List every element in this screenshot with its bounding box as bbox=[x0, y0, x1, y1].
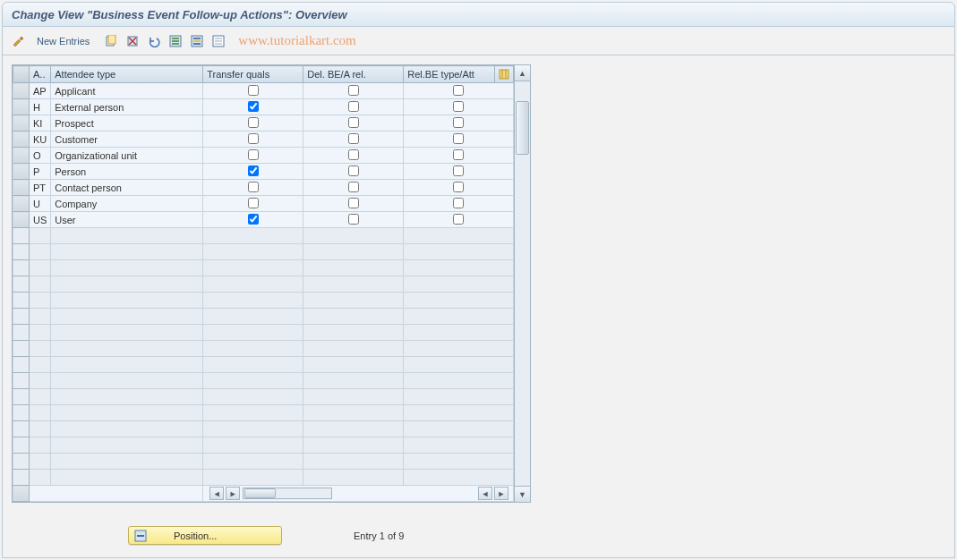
cell-transfer[interactable] bbox=[203, 132, 303, 148]
row-selector[interactable] bbox=[13, 454, 30, 470]
cell-name[interactable]: Person bbox=[51, 164, 203, 180]
row-selector[interactable] bbox=[13, 148, 30, 164]
vertical-scrollbar[interactable]: ▲ ▼ bbox=[514, 65, 530, 502]
delbe-checkbox[interactable] bbox=[348, 85, 359, 96]
transfer-checkbox[interactable] bbox=[248, 85, 259, 96]
cell-relbe[interactable] bbox=[404, 164, 514, 180]
deselect-all-icon[interactable] bbox=[209, 32, 227, 50]
cell-delbe[interactable] bbox=[303, 196, 404, 212]
transfer-checkbox[interactable] bbox=[248, 117, 259, 128]
transfer-checkbox[interactable] bbox=[248, 149, 259, 160]
table-row[interactable]: PPerson bbox=[13, 164, 514, 180]
row-selector[interactable] bbox=[13, 293, 30, 309]
cell-name[interactable]: Customer bbox=[51, 132, 203, 148]
select-all-icon[interactable] bbox=[167, 32, 184, 50]
vscroll-thumb[interactable] bbox=[516, 101, 529, 155]
row-selector[interactable] bbox=[13, 99, 30, 115]
cell-name[interactable]: Organizational unit bbox=[51, 148, 203, 164]
cell-transfer[interactable] bbox=[203, 180, 303, 196]
row-selector[interactable] bbox=[13, 421, 30, 437]
delbe-checkbox[interactable] bbox=[348, 198, 359, 208]
vscroll-track[interactable] bbox=[515, 81, 530, 486]
relbe-checkbox[interactable] bbox=[453, 117, 464, 128]
cell-relbe[interactable] bbox=[404, 212, 514, 228]
cell-delbe[interactable] bbox=[303, 115, 404, 132]
cell-name[interactable]: External person bbox=[51, 99, 203, 115]
new-entries-button[interactable]: New Entries bbox=[31, 31, 95, 51]
hscroll-left-fast-icon[interactable]: ◄ bbox=[209, 487, 224, 500]
cell-code[interactable]: PT bbox=[30, 180, 51, 196]
row-selector[interactable] bbox=[13, 180, 30, 196]
row-selector[interactable] bbox=[13, 276, 30, 293]
table-corner[interactable] bbox=[13, 66, 30, 83]
col-relbe[interactable]: Rel.BE type/Att bbox=[404, 66, 495, 83]
hscroll-right-fast-icon[interactable]: ► bbox=[494, 487, 508, 500]
row-selector[interactable] bbox=[13, 83, 30, 99]
row-selector[interactable] bbox=[13, 260, 30, 276]
vscroll-down-icon[interactable]: ▼ bbox=[515, 486, 530, 502]
cell-relbe[interactable] bbox=[404, 99, 514, 115]
select-block-icon[interactable] bbox=[188, 32, 206, 50]
row-selector[interactable] bbox=[13, 164, 30, 180]
relbe-checkbox[interactable] bbox=[453, 133, 464, 144]
hscroll-left-icon[interactable]: ► bbox=[226, 487, 240, 500]
table-row[interactable]: UCompany bbox=[13, 196, 514, 212]
cell-code[interactable]: P bbox=[30, 164, 51, 180]
delbe-checkbox[interactable] bbox=[348, 101, 359, 112]
cell-relbe[interactable] bbox=[404, 132, 514, 148]
table-row[interactable]: KUCustomer bbox=[13, 132, 514, 148]
delbe-checkbox[interactable] bbox=[348, 165, 359, 176]
cell-relbe[interactable] bbox=[404, 115, 514, 132]
row-selector[interactable] bbox=[13, 309, 30, 325]
cell-transfer[interactable] bbox=[203, 83, 303, 99]
transfer-checkbox[interactable] bbox=[248, 101, 259, 112]
cell-transfer[interactable] bbox=[203, 148, 303, 164]
delbe-checkbox[interactable] bbox=[348, 214, 359, 225]
cell-name[interactable]: User bbox=[51, 212, 203, 228]
hscroll-track[interactable] bbox=[243, 488, 332, 499]
cell-transfer[interactable] bbox=[203, 196, 303, 212]
cell-delbe[interactable] bbox=[303, 212, 404, 228]
relbe-checkbox[interactable] bbox=[453, 198, 464, 208]
cell-delbe[interactable] bbox=[303, 99, 404, 115]
row-selector[interactable] bbox=[13, 470, 30, 486]
cell-relbe[interactable] bbox=[404, 180, 514, 196]
row-selector[interactable] bbox=[13, 196, 30, 212]
cell-name[interactable]: Company bbox=[51, 196, 203, 212]
undo-change-icon[interactable] bbox=[145, 32, 163, 50]
transfer-checkbox[interactable] bbox=[248, 182, 259, 192]
cell-transfer[interactable] bbox=[203, 164, 303, 180]
cell-relbe[interactable] bbox=[404, 83, 514, 99]
row-selector[interactable] bbox=[13, 132, 30, 148]
delbe-checkbox[interactable] bbox=[348, 182, 359, 192]
cell-code[interactable]: KI bbox=[30, 115, 51, 132]
col-code[interactable]: A.. bbox=[30, 66, 51, 83]
relbe-checkbox[interactable] bbox=[453, 165, 464, 176]
table-row[interactable]: USUser bbox=[13, 212, 514, 228]
position-button[interactable]: Position... bbox=[128, 526, 282, 545]
row-selector[interactable] bbox=[13, 115, 30, 132]
vscroll-up-icon[interactable]: ▲ bbox=[515, 65, 530, 81]
cell-delbe[interactable] bbox=[303, 132, 404, 148]
toggle-display-change-icon[interactable] bbox=[10, 32, 28, 50]
hscroll-right-icon[interactable]: ◄ bbox=[478, 487, 492, 500]
cell-delbe[interactable] bbox=[303, 83, 404, 99]
transfer-checkbox[interactable] bbox=[248, 133, 259, 144]
delbe-checkbox[interactable] bbox=[348, 133, 359, 144]
row-selector[interactable] bbox=[13, 244, 30, 260]
table-row[interactable]: HExternal person bbox=[13, 99, 514, 115]
row-selector[interactable] bbox=[13, 212, 30, 228]
cell-code[interactable]: AP bbox=[30, 83, 51, 99]
row-selector[interactable] bbox=[13, 437, 30, 454]
transfer-checkbox[interactable] bbox=[248, 214, 259, 225]
cell-delbe[interactable] bbox=[303, 180, 404, 196]
row-selector[interactable] bbox=[13, 325, 30, 341]
table-settings-button[interactable] bbox=[494, 66, 513, 83]
hscroll-thumb[interactable] bbox=[244, 488, 276, 498]
cell-transfer[interactable] bbox=[203, 212, 303, 228]
relbe-checkbox[interactable] bbox=[453, 182, 464, 192]
delete-icon[interactable] bbox=[124, 32, 141, 50]
table-row[interactable]: KIProspect bbox=[13, 115, 514, 132]
table-row[interactable]: PTContact person bbox=[13, 180, 514, 196]
cell-name[interactable]: Contact person bbox=[51, 180, 203, 196]
